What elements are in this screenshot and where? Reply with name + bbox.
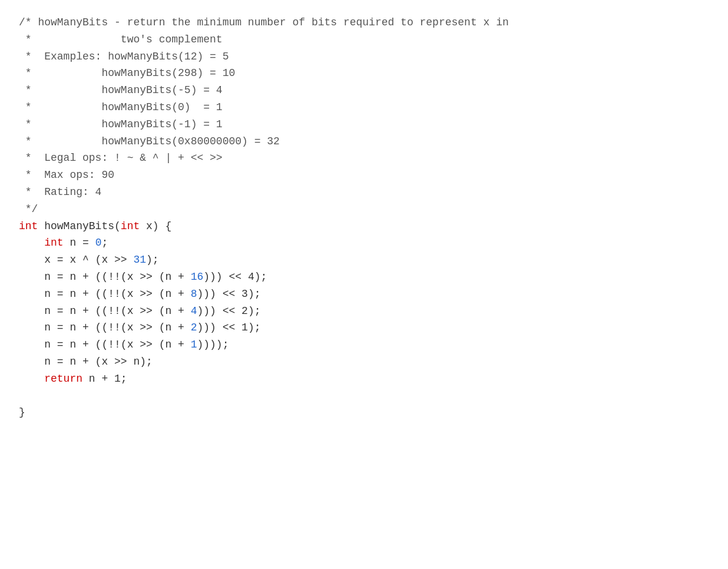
- line-12-text: */: [19, 201, 38, 218]
- line-13-kw2: int: [121, 218, 140, 235]
- code-line-19: n = n + ((!!(x >> (n + 2 ))) << 1);: [19, 319, 709, 336]
- line-9-text: * Legal ops: ! ~ & ^ | + << >>: [19, 150, 223, 167]
- line-17-plain1: n = n + ((!!(x >> (n +: [19, 286, 191, 303]
- line-15-num: 31: [133, 252, 146, 269]
- line-7-text: * howManyBits(-1) = 1: [19, 116, 223, 133]
- line-10-text: * Max ops: 90: [19, 167, 114, 184]
- code-line-13: int howManyBits( int x) {: [19, 218, 709, 235]
- code-line-20: n = n + ((!!(x >> (n + 1 ))));: [19, 336, 709, 353]
- line-13-kw1: int: [19, 218, 38, 235]
- line-15-end: );: [146, 252, 159, 269]
- code-line-17: n = n + ((!!(x >> (n + 8 ))) << 3);: [19, 286, 709, 303]
- line-21-plain: n = n + (x >> n);: [19, 353, 153, 370]
- code-line-9: * Legal ops: ! ~ & ^ | + << >>: [19, 150, 709, 167]
- code-line-24: }: [19, 404, 709, 421]
- line-16-end: ))) << 4);: [203, 269, 267, 286]
- line-22-kw: return: [44, 370, 82, 388]
- code-line-6: * howManyBits(0) = 1: [19, 99, 709, 116]
- code-line-1: /* howManyBits - return the minimum numb…: [19, 14, 709, 31]
- code-line-8: * howManyBits(0x80000000) = 32: [19, 133, 709, 150]
- line-19-plain1: n = n + ((!!(x >> (n +: [19, 319, 191, 336]
- line-22-end: n + 1;: [82, 370, 127, 388]
- line-19-end: ))) << 1);: [197, 319, 260, 336]
- code-line-14: int n = 0 ;: [19, 234, 709, 252]
- line-18-plain1: n = n + ((!!(x >> (n +: [19, 303, 191, 320]
- line-20-num: 1: [191, 336, 197, 353]
- code-line-15: x = x ^ (x >> 31 );: [19, 252, 709, 269]
- line-14-end: ;: [101, 234, 108, 252]
- code-line-11: * Rating: 4: [19, 184, 709, 201]
- line-15-plain1: x = x ^ (x >>: [19, 252, 133, 269]
- code-line-12: */: [19, 201, 709, 218]
- line-4-text: * howManyBits(298) = 10: [19, 65, 235, 82]
- code-line-23: [19, 388, 709, 405]
- line-22-indent: [19, 370, 44, 388]
- line-14-num: 0: [95, 234, 102, 252]
- line-24-text: }: [19, 404, 25, 421]
- code-line-7: * howManyBits(-1) = 1: [19, 116, 709, 133]
- line-18-num: 4: [191, 303, 197, 320]
- line-16-num: 16: [191, 269, 204, 286]
- line-19-num: 2: [191, 319, 197, 336]
- code-line-10: * Max ops: 90: [19, 167, 709, 184]
- code-line-21: n = n + (x >> n);: [19, 353, 709, 370]
- line-20-plain1: n = n + ((!!(x >> (n +: [19, 336, 191, 353]
- code-viewer: /* howManyBits - return the minimum numb…: [0, 0, 728, 569]
- line-2-text: * two's complement: [19, 31, 223, 48]
- line-6-text: * howManyBits(0) = 1: [19, 99, 223, 116]
- code-line-18: n = n + ((!!(x >> (n + 4 ))) << 2);: [19, 303, 709, 320]
- line-11-text: * Rating: 4: [19, 184, 101, 201]
- line-13-end: x) {: [140, 218, 171, 235]
- line-3-text: * Examples: howManyBits(12) = 5: [19, 48, 229, 65]
- line-13-rest: howManyBits(: [38, 218, 120, 235]
- code-line-22: return n + 1;: [19, 370, 709, 388]
- code-line-16: n = n + ((!!(x >> (n + 16 ))) << 4);: [19, 269, 709, 286]
- code-line-2: * two's complement: [19, 31, 709, 48]
- code-line-3: * Examples: howManyBits(12) = 5: [19, 48, 709, 65]
- line-14-mid: n =: [64, 234, 95, 252]
- line-14-kw: int: [44, 234, 63, 252]
- line-1-text: /* howManyBits - return the minimum numb…: [19, 14, 509, 31]
- line-20-end: ))));: [197, 336, 229, 353]
- line-23-text: [19, 388, 25, 405]
- line-5-text: * howManyBits(-5) = 4: [19, 82, 223, 99]
- line-14-indent: [19, 234, 44, 252]
- line-8-text: * howManyBits(0x80000000) = 32: [19, 133, 280, 150]
- line-16-plain1: n = n + ((!!(x >> (n +: [19, 269, 191, 286]
- line-17-end: ))) << 3);: [197, 286, 260, 303]
- line-17-num: 8: [191, 286, 197, 303]
- line-18-end: ))) << 2);: [197, 303, 260, 320]
- code-line-5: * howManyBits(-5) = 4: [19, 82, 709, 99]
- code-line-4: * howManyBits(298) = 10: [19, 65, 709, 82]
